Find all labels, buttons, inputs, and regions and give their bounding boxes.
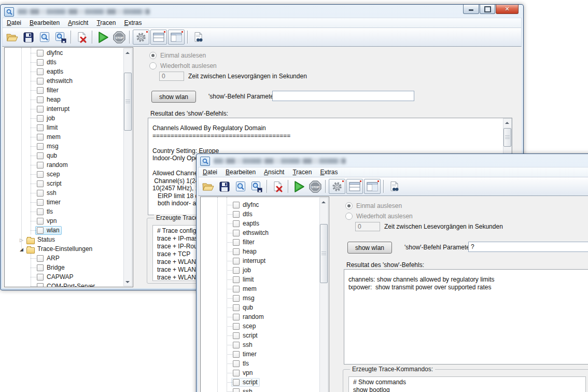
split-vertical-toggle-button[interactable] bbox=[168, 30, 185, 45]
interval-input[interactable]: 0 bbox=[159, 72, 184, 81]
tree-checkbox[interactable] bbox=[37, 199, 44, 206]
tree-checkbox[interactable] bbox=[37, 274, 44, 281]
trace-tree-panel[interactable]: dlyfnc dtls eaptls ethswitch bbox=[200, 197, 329, 392]
show-result-box[interactable]: channels: show channels allowed by regul… bbox=[344, 269, 588, 365]
tree-checkbox[interactable] bbox=[233, 220, 240, 227]
tree-item[interactable]: wlan bbox=[5, 226, 124, 235]
stop-trace-button[interactable]: STOP bbox=[111, 30, 127, 45]
radio-read-once[interactable]: Einmal auslesen bbox=[149, 52, 206, 59]
tree-scrollbar[interactable] bbox=[123, 48, 132, 286]
view-trace-config-button[interactable] bbox=[36, 30, 52, 45]
maximize-button[interactable] bbox=[480, 5, 495, 14]
tree-checkbox[interactable] bbox=[233, 248, 240, 255]
tree-item[interactable]: ARP bbox=[5, 254, 124, 263]
tree-checkbox[interactable] bbox=[37, 87, 44, 94]
tree-checkbox[interactable] bbox=[37, 115, 44, 122]
tree-item[interactable]: tls bbox=[5, 207, 124, 217]
tree-checkbox[interactable] bbox=[37, 134, 44, 141]
tree-checkbox[interactable] bbox=[233, 267, 240, 274]
menu-item[interactable]: Ansicht bbox=[64, 19, 92, 27]
radio-read-repeat[interactable]: Wiederholt auslesen bbox=[345, 213, 413, 220]
open-file-button[interactable] bbox=[4, 30, 20, 45]
tree-scrollbar[interactable] bbox=[319, 198, 328, 392]
tree-item[interactable]: msg bbox=[5, 142, 124, 151]
tree-item[interactable]: interrupt bbox=[201, 257, 320, 266]
tree-checkbox[interactable] bbox=[37, 68, 44, 75]
tree-checkbox[interactable] bbox=[37, 143, 44, 150]
tree-checkbox[interactable] bbox=[233, 202, 240, 208]
tree-item[interactable]: tls bbox=[201, 359, 320, 369]
scroll-up-arrow[interactable] bbox=[124, 49, 131, 57]
menu-item[interactable]: Datei bbox=[199, 168, 221, 176]
tree-checkbox[interactable] bbox=[37, 208, 44, 215]
tree-checkbox[interactable] bbox=[233, 239, 240, 246]
search-trace-button[interactable] bbox=[386, 179, 402, 194]
titlebar[interactable]: ✕ bbox=[2, 6, 522, 18]
save-trace-config-button[interactable] bbox=[52, 30, 68, 45]
tree-checkbox[interactable] bbox=[37, 106, 44, 113]
menu-item[interactable]: Extras bbox=[316, 168, 342, 176]
start-trace-button[interactable] bbox=[291, 179, 307, 194]
tree-item[interactable]: scep bbox=[201, 322, 320, 331]
save-button[interactable] bbox=[216, 179, 232, 194]
tree-item[interactable]: CAPWAP bbox=[5, 273, 124, 282]
param-input[interactable] bbox=[272, 91, 414, 101]
tree-item[interactable]: job bbox=[5, 114, 124, 123]
tree-checkbox[interactable] bbox=[233, 258, 240, 264]
tree-checkbox[interactable] bbox=[233, 304, 240, 311]
tree-checkbox[interactable] bbox=[37, 171, 44, 178]
tree-item[interactable]: ethswitch bbox=[5, 77, 124, 86]
tree-item[interactable]: dtls bbox=[5, 58, 124, 67]
window-front[interactable]: Datei Bearbeiten Ansicht Tracen Extras S… bbox=[196, 153, 588, 392]
tree-checkbox[interactable] bbox=[233, 276, 240, 283]
tree-checkbox[interactable] bbox=[233, 379, 240, 386]
tree-item[interactable]: interrupt bbox=[5, 105, 124, 114]
tree-item[interactable]: dlyfnc bbox=[5, 49, 124, 58]
tree-item[interactable]: COM-Port-Server bbox=[5, 282, 124, 287]
tree-checkbox[interactable] bbox=[37, 180, 44, 187]
tree-item[interactable]: msg bbox=[201, 294, 320, 303]
split-vertical-toggle-button[interactable] bbox=[364, 179, 381, 194]
tree-item[interactable]: limit bbox=[201, 275, 320, 285]
tree-item[interactable]: qub bbox=[5, 151, 124, 161]
tree-checkbox[interactable] bbox=[233, 230, 240, 236]
close-button[interactable]: ✕ bbox=[496, 5, 519, 14]
tree-item[interactable]: mem bbox=[201, 285, 320, 294]
tree-checkbox[interactable] bbox=[37, 227, 44, 234]
tree-item[interactable]: random bbox=[5, 161, 124, 170]
tree-item[interactable]: eaptls bbox=[5, 67, 124, 77]
titlebar[interactable] bbox=[198, 155, 588, 167]
tree-checkbox[interactable] bbox=[233, 211, 240, 218]
tree-checkbox[interactable] bbox=[37, 264, 44, 271]
tree-item[interactable]: heap bbox=[5, 95, 124, 105]
interval-input[interactable]: 0 bbox=[355, 222, 380, 231]
scroll-thumb[interactable] bbox=[320, 224, 328, 283]
tree-item[interactable]: vpn bbox=[5, 217, 124, 226]
tree-checkbox[interactable] bbox=[37, 255, 44, 262]
tree-checkbox[interactable] bbox=[37, 124, 44, 131]
menu-item[interactable]: Tracen bbox=[92, 19, 120, 27]
tree-checkbox[interactable] bbox=[233, 388, 240, 392]
show-command-button[interactable]: show wlan bbox=[151, 91, 196, 103]
tree-checkbox[interactable] bbox=[233, 286, 240, 292]
tree-expander-icon[interactable] bbox=[20, 236, 23, 245]
param-input[interactable]: ? bbox=[468, 242, 588, 252]
scroll-up-arrow[interactable] bbox=[503, 119, 510, 127]
tree-item[interactable]: qub bbox=[201, 303, 320, 313]
tree-item[interactable]: Trace-Einstellungen bbox=[5, 245, 124, 254]
minimize-button[interactable] bbox=[463, 5, 479, 14]
scroll-up-arrow[interactable] bbox=[320, 198, 327, 206]
tree-checkbox[interactable] bbox=[233, 370, 240, 376]
tree-item[interactable]: limit bbox=[5, 123, 124, 133]
tree-checkbox[interactable] bbox=[233, 295, 240, 302]
tree-item[interactable]: eaptls bbox=[201, 219, 320, 229]
stop-trace-button[interactable]: STOP bbox=[307, 179, 323, 194]
tree-checkbox[interactable] bbox=[37, 162, 44, 169]
radio-read-once[interactable]: Einmal auslesen bbox=[345, 202, 402, 209]
tree-checkbox[interactable] bbox=[233, 342, 240, 348]
menu-item[interactable]: Tracen bbox=[288, 168, 316, 176]
tree-item[interactable]: mem bbox=[5, 133, 124, 142]
tree-item[interactable]: ssh bbox=[201, 387, 320, 392]
tree-item[interactable]: dlyfnc bbox=[201, 201, 320, 210]
tree-checkbox[interactable] bbox=[37, 50, 44, 57]
